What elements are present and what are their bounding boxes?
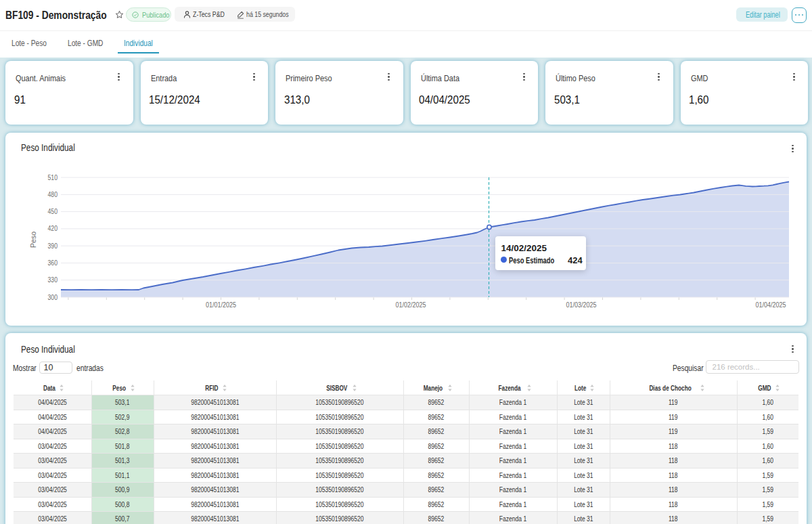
svg-text:01/03/2025: 01/03/2025: [566, 301, 597, 309]
svg-text:360: 360: [48, 259, 58, 267]
svg-text:450: 450: [48, 207, 58, 215]
svg-text:510: 510: [48, 173, 58, 181]
svg-text:01/01/2025: 01/01/2025: [206, 301, 236, 309]
svg-text:01/04/2025: 01/04/2025: [756, 301, 786, 309]
svg-text:Peso: Peso: [29, 232, 37, 248]
svg-text:330: 330: [48, 276, 58, 284]
svg-text:300: 300: [48, 293, 58, 301]
svg-text:01/02/2025: 01/02/2025: [396, 301, 426, 309]
svg-text:390: 390: [48, 242, 58, 250]
svg-text:420: 420: [48, 224, 58, 232]
svg-text:480: 480: [48, 190, 58, 198]
